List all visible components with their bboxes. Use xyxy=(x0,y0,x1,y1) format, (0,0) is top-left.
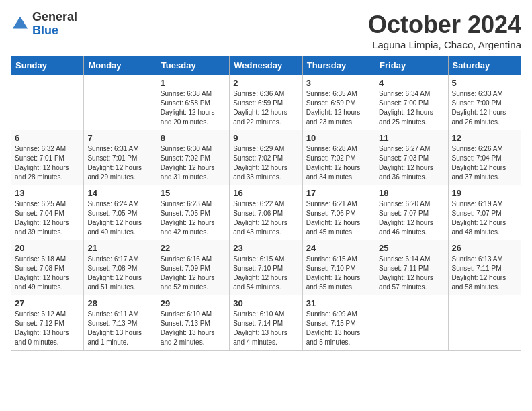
day-info: Sunrise: 6:20 AM Sunset: 7:07 PM Dayligh… xyxy=(379,199,444,237)
day-info: Sunrise: 6:18 AM Sunset: 7:08 PM Dayligh… xyxy=(15,255,80,292)
day-info: Sunrise: 6:15 AM Sunset: 7:10 PM Dayligh… xyxy=(233,255,298,292)
day-number: 5 xyxy=(452,78,517,88)
day-info: Sunrise: 6:13 AM Sunset: 7:11 PM Dayligh… xyxy=(452,255,517,292)
day-info: Sunrise: 6:28 AM Sunset: 7:02 PM Dayligh… xyxy=(306,144,371,182)
location: Laguna Limpia, Chaco, Argentina xyxy=(368,39,521,50)
logo-text: General Blue xyxy=(32,11,77,38)
page-header: General Blue October 2024 Laguna Limpia,… xyxy=(11,11,521,50)
week-row-4: 20Sunrise: 6:18 AM Sunset: 7:08 PM Dayli… xyxy=(11,240,521,295)
day-info: Sunrise: 6:26 AM Sunset: 7:04 PM Dayligh… xyxy=(452,144,517,182)
day-number: 29 xyxy=(161,298,226,308)
day-number: 21 xyxy=(87,243,152,253)
day-info: Sunrise: 6:09 AM Sunset: 7:15 PM Dayligh… xyxy=(306,310,371,347)
calendar-cell: 26Sunrise: 6:13 AM Sunset: 7:11 PM Dayli… xyxy=(448,240,521,295)
day-number: 14 xyxy=(87,188,152,198)
day-info: Sunrise: 6:12 AM Sunset: 7:12 PM Dayligh… xyxy=(15,310,80,347)
calendar-cell: 10Sunrise: 6:28 AM Sunset: 7:02 PM Dayli… xyxy=(302,130,375,185)
logo-blue: Blue xyxy=(32,24,77,38)
calendar-cell: 11Sunrise: 6:27 AM Sunset: 7:03 PM Dayli… xyxy=(375,130,448,185)
day-number: 25 xyxy=(379,243,444,253)
day-number: 22 xyxy=(161,243,226,253)
calendar-cell: 25Sunrise: 6:14 AM Sunset: 7:11 PM Dayli… xyxy=(375,240,448,295)
calendar-cell: 27Sunrise: 6:12 AM Sunset: 7:12 PM Dayli… xyxy=(11,295,84,351)
calendar-cell: 16Sunrise: 6:22 AM Sunset: 7:06 PM Dayli… xyxy=(230,185,302,240)
day-info: Sunrise: 6:36 AM Sunset: 6:59 PM Dayligh… xyxy=(233,89,298,127)
day-info: Sunrise: 6:22 AM Sunset: 7:06 PM Dayligh… xyxy=(233,199,298,237)
calendar-cell: 12Sunrise: 6:26 AM Sunset: 7:04 PM Dayli… xyxy=(448,130,521,185)
calendar-cell: 19Sunrise: 6:19 AM Sunset: 7:07 PM Dayli… xyxy=(448,185,521,240)
day-info: Sunrise: 6:38 AM Sunset: 6:58 PM Dayligh… xyxy=(161,89,226,127)
day-info: Sunrise: 6:10 AM Sunset: 7:14 PM Dayligh… xyxy=(233,310,298,347)
calendar-cell: 5Sunrise: 6:33 AM Sunset: 7:00 PM Daylig… xyxy=(448,75,521,130)
day-number: 20 xyxy=(15,243,80,253)
day-info: Sunrise: 6:31 AM Sunset: 7:01 PM Dayligh… xyxy=(87,144,152,182)
day-number: 28 xyxy=(87,298,152,308)
calendar-table: SundayMondayTuesdayWednesdayThursdayFrid… xyxy=(11,56,521,351)
day-number: 24 xyxy=(306,243,371,253)
logo-icon xyxy=(11,15,30,34)
calendar-cell: 2Sunrise: 6:36 AM Sunset: 6:59 PM Daylig… xyxy=(230,75,302,130)
header-friday: Friday xyxy=(375,56,448,75)
calendar-cell: 23Sunrise: 6:15 AM Sunset: 7:10 PM Dayli… xyxy=(230,240,302,295)
header-row: SundayMondayTuesdayWednesdayThursdayFrid… xyxy=(11,56,521,75)
calendar-cell xyxy=(84,75,157,130)
svg-marker-0 xyxy=(13,17,28,29)
calendar-cell: 14Sunrise: 6:24 AM Sunset: 7:05 PM Dayli… xyxy=(84,185,157,240)
logo: General Blue xyxy=(11,11,77,38)
header-saturday: Saturday xyxy=(448,56,521,75)
calendar-cell: 22Sunrise: 6:16 AM Sunset: 7:09 PM Dayli… xyxy=(157,240,229,295)
calendar-cell: 9Sunrise: 6:29 AM Sunset: 7:02 PM Daylig… xyxy=(230,130,302,185)
day-number: 9 xyxy=(233,133,298,143)
calendar-cell: 18Sunrise: 6:20 AM Sunset: 7:07 PM Dayli… xyxy=(375,185,448,240)
calendar-cell: 30Sunrise: 6:10 AM Sunset: 7:14 PM Dayli… xyxy=(230,295,302,351)
calendar-cell: 6Sunrise: 6:32 AM Sunset: 7:01 PM Daylig… xyxy=(11,130,84,185)
day-info: Sunrise: 6:30 AM Sunset: 7:02 PM Dayligh… xyxy=(161,144,226,182)
week-row-5: 27Sunrise: 6:12 AM Sunset: 7:12 PM Dayli… xyxy=(11,295,521,351)
calendar-cell: 7Sunrise: 6:31 AM Sunset: 7:01 PM Daylig… xyxy=(84,130,157,185)
day-number: 12 xyxy=(452,133,517,143)
calendar-cell: 3Sunrise: 6:35 AM Sunset: 6:59 PM Daylig… xyxy=(302,75,375,130)
calendar-cell: 28Sunrise: 6:11 AM Sunset: 7:13 PM Dayli… xyxy=(84,295,157,351)
header-thursday: Thursday xyxy=(302,56,375,75)
day-info: Sunrise: 6:24 AM Sunset: 7:05 PM Dayligh… xyxy=(87,199,152,237)
header-monday: Monday xyxy=(84,56,157,75)
day-number: 27 xyxy=(15,298,80,308)
day-number: 7 xyxy=(87,133,152,143)
day-number: 6 xyxy=(15,133,80,143)
day-info: Sunrise: 6:14 AM Sunset: 7:11 PM Dayligh… xyxy=(379,255,444,292)
calendar-cell: 1Sunrise: 6:38 AM Sunset: 6:58 PM Daylig… xyxy=(157,75,229,130)
calendar-cell: 29Sunrise: 6:10 AM Sunset: 7:13 PM Dayli… xyxy=(157,295,229,351)
day-info: Sunrise: 6:25 AM Sunset: 7:04 PM Dayligh… xyxy=(15,199,80,237)
week-row-2: 6Sunrise: 6:32 AM Sunset: 7:01 PM Daylig… xyxy=(11,130,521,185)
day-info: Sunrise: 6:11 AM Sunset: 7:13 PM Dayligh… xyxy=(87,310,152,347)
day-number: 4 xyxy=(379,78,444,88)
calendar-cell xyxy=(448,295,521,351)
day-info: Sunrise: 6:15 AM Sunset: 7:10 PM Dayligh… xyxy=(306,255,371,292)
day-number: 10 xyxy=(306,133,371,143)
day-number: 1 xyxy=(161,78,226,88)
day-number: 2 xyxy=(233,78,298,88)
calendar-cell: 8Sunrise: 6:30 AM Sunset: 7:02 PM Daylig… xyxy=(157,130,229,185)
day-info: Sunrise: 6:10 AM Sunset: 7:13 PM Dayligh… xyxy=(161,310,226,347)
day-info: Sunrise: 6:33 AM Sunset: 7:00 PM Dayligh… xyxy=(452,89,517,127)
week-row-1: 1Sunrise: 6:38 AM Sunset: 6:58 PM Daylig… xyxy=(11,75,521,130)
day-number: 3 xyxy=(306,78,371,88)
day-number: 16 xyxy=(233,188,298,198)
day-info: Sunrise: 6:23 AM Sunset: 7:05 PM Dayligh… xyxy=(161,199,226,237)
day-number: 23 xyxy=(233,243,298,253)
day-number: 18 xyxy=(379,188,444,198)
day-number: 19 xyxy=(452,188,517,198)
day-info: Sunrise: 6:19 AM Sunset: 7:07 PM Dayligh… xyxy=(452,199,517,237)
day-number: 11 xyxy=(379,133,444,143)
day-number: 30 xyxy=(233,298,298,308)
logo-general: General xyxy=(32,11,77,24)
day-info: Sunrise: 6:29 AM Sunset: 7:02 PM Dayligh… xyxy=(233,144,298,182)
day-number: 8 xyxy=(161,133,226,143)
day-info: Sunrise: 6:27 AM Sunset: 7:03 PM Dayligh… xyxy=(379,144,444,182)
title-block: October 2024 Laguna Limpia, Chaco, Argen… xyxy=(368,11,521,50)
day-info: Sunrise: 6:21 AM Sunset: 7:06 PM Dayligh… xyxy=(306,199,371,237)
header-tuesday: Tuesday xyxy=(157,56,229,75)
calendar-cell: 24Sunrise: 6:15 AM Sunset: 7:10 PM Dayli… xyxy=(302,240,375,295)
day-info: Sunrise: 6:16 AM Sunset: 7:09 PM Dayligh… xyxy=(161,255,226,292)
calendar-cell: 13Sunrise: 6:25 AM Sunset: 7:04 PM Dayli… xyxy=(11,185,84,240)
